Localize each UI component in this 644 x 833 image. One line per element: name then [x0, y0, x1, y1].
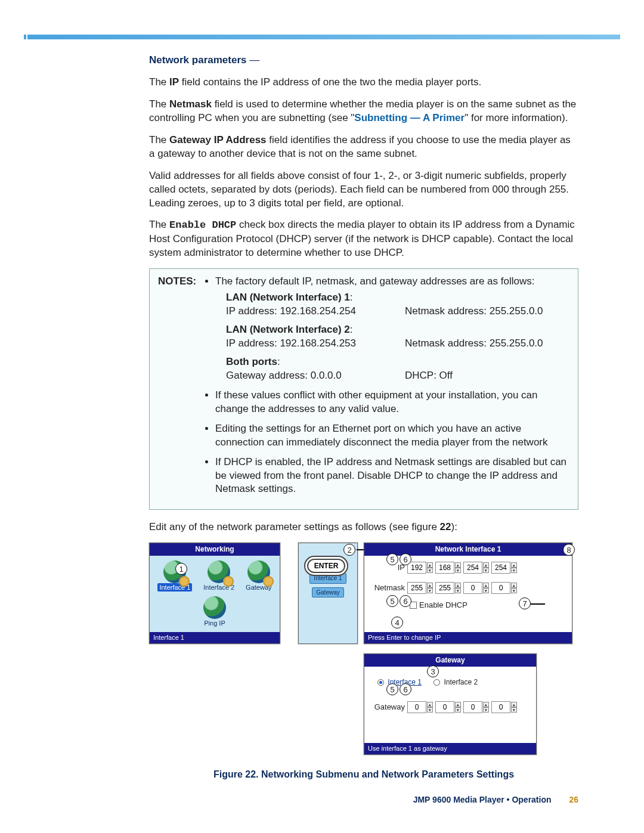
- t: Enable DHCP: [169, 219, 236, 231]
- spin-down-icon[interactable]: ▾: [483, 568, 489, 573]
- gw-title: Gateway: [364, 654, 536, 666]
- spin-down-icon[interactable]: ▾: [427, 707, 433, 713]
- lan1-nm: Netmask address: 255.255.0.0: [405, 305, 543, 318]
- spin-down-icon[interactable]: ▾: [483, 588, 489, 593]
- ping-label: Ping IP: [204, 619, 225, 628]
- ip-input[interactable]: [491, 562, 510, 574]
- gear-icon: [179, 576, 190, 587]
- spin-down-icon[interactable]: ▾: [427, 568, 433, 573]
- edit-instruction: Edit any of the network parameter settin…: [149, 521, 578, 534]
- ip-octet-3[interactable]: ▴▾: [463, 562, 489, 574]
- gw-octet-4[interactable]: ▴▾: [491, 701, 517, 713]
- spin-down-icon[interactable]: ▾: [427, 588, 433, 593]
- spin-up-icon[interactable]: ▴: [455, 562, 461, 568]
- interface-1-icon[interactable]: Interface 1: [157, 561, 192, 592]
- gw-input[interactable]: [491, 701, 510, 713]
- networking-panel: Networking Interface 1 Interface 2 Gatew…: [149, 543, 280, 644]
- spin-down-icon[interactable]: ▾: [483, 707, 489, 713]
- subnetting-link[interactable]: Subnetting — A Primer: [354, 112, 465, 123]
- header-rule: [24, 35, 620, 39]
- figure-22: Networking Interface 1 Interface 2 Gatew…: [149, 543, 578, 763]
- enter-button[interactable]: ENTER: [304, 556, 348, 576]
- gw-if2-label[interactable]: Interface 2: [444, 678, 478, 686]
- heading-text: Network parameters: [149, 54, 246, 66]
- heading-dash: —: [246, 54, 259, 66]
- footer-text: JMP 9600 Media Player • Operation: [413, 795, 552, 804]
- spin-down-icon[interactable]: ▾: [511, 707, 517, 713]
- notes-box: NOTES: The factory default IP, netmask, …: [149, 268, 578, 510]
- spin-up-icon[interactable]: ▴: [511, 583, 517, 588]
- ping-ip-icon[interactable]: Ping IP: [203, 596, 226, 628]
- t: Figure 22.: [213, 769, 259, 779]
- both-dhcp: DHCP: Off: [405, 369, 453, 383]
- gw-radio-if1[interactable]: [377, 679, 384, 686]
- t: IP: [169, 76, 179, 88]
- nm-octet-1[interactable]: ▴▾: [407, 582, 433, 594]
- t: Edit any of the network parameter settin…: [149, 521, 440, 532]
- para-dhcp: The Enable DHCP check box directs the me…: [149, 218, 578, 260]
- gw-status: Use interface 1 as gateway: [364, 743, 536, 754]
- nm-octet-2[interactable]: ▴▾: [435, 582, 461, 594]
- ip-octet-2[interactable]: ▴▾: [435, 562, 461, 574]
- ip-input[interactable]: [435, 562, 454, 574]
- ip-octet-1[interactable]: ▴▾: [407, 562, 433, 574]
- para-netmask: The Netmask field is used to determine w…: [149, 98, 578, 125]
- t: Netmask: [169, 98, 212, 110]
- t: The: [149, 76, 169, 88]
- figure-ref[interactable]: 22: [440, 521, 451, 532]
- spin-down-icon[interactable]: ▾: [511, 568, 517, 573]
- both-title: Both ports: [226, 356, 277, 367]
- gw-octet-3[interactable]: ▴▾: [463, 701, 489, 713]
- spin-up-icon[interactable]: ▴: [511, 562, 517, 568]
- t: Gateway IP Address: [169, 134, 267, 145]
- para-gateway: The Gateway IP Address field identifies …: [149, 134, 578, 161]
- nm-octet-4[interactable]: ▴▾: [491, 582, 517, 594]
- gw-octet-2[interactable]: ▴▾: [435, 701, 461, 713]
- lan1-ip: IP address: 192.168.254.254: [226, 305, 405, 318]
- para-ip: The IP field contains the IP address of …: [149, 76, 578, 89]
- note-dhcp-disabled: If DHCP is enabled, the IP address and N…: [215, 456, 569, 497]
- gw-input[interactable]: [463, 701, 482, 713]
- spin-up-icon[interactable]: ▴: [427, 583, 433, 588]
- interface-2-icon[interactable]: Interface 2: [203, 561, 234, 592]
- nm-input[interactable]: [407, 582, 426, 594]
- spin-up-icon[interactable]: ▴: [427, 702, 433, 707]
- netmask-label: Netmask: [371, 583, 405, 593]
- badge-gateway[interactable]: Gateway: [312, 587, 343, 598]
- note-conflict: If these values conflict with other equi…: [215, 389, 569, 416]
- spin-up-icon[interactable]: ▴: [483, 562, 489, 568]
- gw-input[interactable]: [407, 701, 426, 713]
- ip-input[interactable]: [407, 562, 426, 574]
- lan2-ip: IP address: 192.168.254.253: [226, 337, 405, 351]
- t: The: [149, 134, 169, 145]
- gw-radio-if2[interactable]: [434, 679, 440, 686]
- nm-octet-3[interactable]: ▴▾: [463, 582, 489, 594]
- spin-up-icon[interactable]: ▴: [455, 583, 461, 588]
- spin-down-icon[interactable]: ▾: [511, 588, 517, 593]
- gw-octet-1[interactable]: ▴▾: [407, 701, 433, 713]
- spin-up-icon[interactable]: ▴: [455, 702, 461, 707]
- globe-icon: [247, 561, 270, 583]
- lan2-nm: Netmask address: 255.255.0.0: [405, 337, 543, 351]
- gw-label: Gateway: [371, 702, 405, 713]
- spin-down-icon[interactable]: ▾: [455, 588, 461, 593]
- spin-up-icon[interactable]: ▴: [483, 583, 489, 588]
- spin-up-icon[interactable]: ▴: [427, 562, 433, 568]
- gw-input[interactable]: [435, 701, 454, 713]
- nm-input[interactable]: [491, 582, 510, 594]
- nm-input[interactable]: [435, 582, 454, 594]
- lead-line: [531, 603, 545, 605]
- spin-down-icon[interactable]: ▾: [455, 568, 461, 573]
- t: ):: [451, 521, 457, 532]
- notes-label: NOTES:: [158, 275, 205, 289]
- spin-down-icon[interactable]: ▾: [455, 707, 461, 713]
- nm-input[interactable]: [463, 582, 482, 594]
- gateway-icon[interactable]: Gateway: [246, 561, 271, 592]
- globe-icon: [203, 596, 226, 619]
- spin-up-icon[interactable]: ▴: [511, 702, 517, 707]
- spin-up-icon[interactable]: ▴: [483, 702, 489, 707]
- t: Networking Submenu and Network Parameter…: [259, 769, 515, 779]
- gear-icon: [223, 576, 234, 587]
- ip-octet-4[interactable]: ▴▾: [491, 562, 517, 574]
- ip-input[interactable]: [463, 562, 482, 574]
